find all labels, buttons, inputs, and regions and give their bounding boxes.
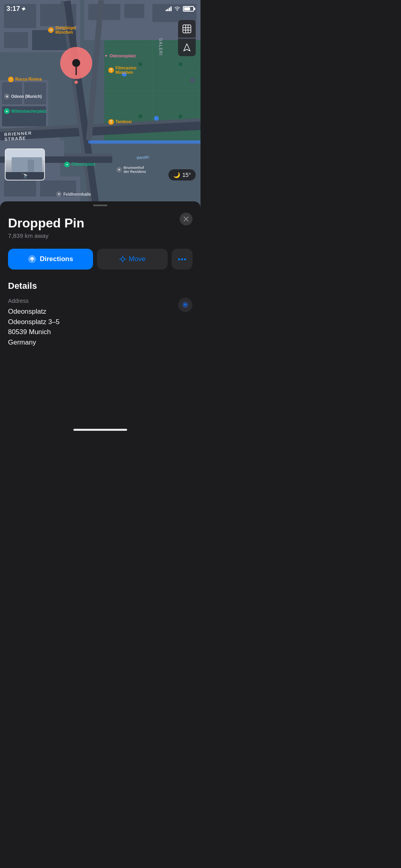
svg-rect-32: [4, 180, 36, 197]
pin-distance: 7,839 km away: [8, 232, 192, 239]
directions-icon: [28, 255, 36, 264]
map-controls: [178, 20, 196, 56]
pin-title: Dropped Pin: [8, 216, 192, 231]
navigation-icon: [183, 43, 190, 51]
move-label: Move: [129, 255, 146, 263]
map-pin[interactable]: [60, 47, 92, 84]
map-type-button[interactable]: [178, 20, 196, 38]
share-icon: [182, 301, 189, 308]
location-button[interactable]: [178, 39, 196, 56]
status-time: 3:17: [6, 5, 26, 13]
move-button[interactable]: Move: [97, 249, 168, 270]
address-line-4: Germany: [8, 337, 60, 348]
location-active-icon: [22, 6, 26, 11]
address-line-1: Odeonsplatz: [8, 306, 60, 317]
details-heading: Details: [8, 281, 192, 291]
map-label-westlic: Westlic: [136, 152, 149, 161]
map-label-feldherrnhalle: ★ Feldherrnhalle: [56, 191, 91, 197]
directions-button[interactable]: Directions: [8, 249, 93, 270]
map-view[interactable]: 3:17 🏠 Steigbügel München: [0, 0, 200, 213]
street-view-thumbnail[interactable]: 🔭: [5, 148, 45, 180]
moon-icon: 🌙: [173, 172, 180, 178]
home-indicator: [73, 429, 127, 431]
more-button[interactable]: [172, 249, 192, 270]
share-directions-button[interactable]: [178, 298, 192, 312]
svg-point-54: [184, 258, 186, 260]
address-label: Address: [8, 298, 60, 304]
address-line-3: 80539 Munich: [8, 327, 60, 337]
address-block: Address Odeonsplatz Odeonsplatz 3–5 8053…: [8, 298, 60, 347]
map-label-odeon: ★ Odeon (Munich): [4, 93, 42, 99]
directions-label: Directions: [40, 255, 73, 263]
map-label-odeonsplatz-top: ✦ Odeonsplatz: [104, 53, 136, 59]
bottom-sheet: Dropped Pin 7,839 km away Directions Mov…: [0, 201, 200, 434]
binoculars-icon: 🔭: [22, 173, 28, 179]
wifi-icon: [174, 6, 180, 11]
svg-point-22: [138, 114, 142, 118]
svg-rect-4: [4, 32, 28, 48]
battery-icon: [183, 6, 194, 12]
svg-point-47: [121, 258, 124, 261]
map-label-filmcasino: 🍸 Filmcasino München: [108, 66, 136, 75]
svg-point-53: [181, 258, 183, 260]
svg-rect-35: [88, 140, 200, 144]
close-button[interactable]: [180, 213, 192, 225]
svg-rect-39: [183, 25, 191, 33]
map-icon: [182, 24, 191, 33]
map-label-wittelsbacherplatz: ● Wittelsbacherplatz: [4, 108, 47, 114]
address-section: Address Odeonsplatz Odeonsplatz 3–5 8053…: [8, 298, 192, 347]
address-line-2: Odeonsplatz 3–5: [8, 317, 60, 327]
close-icon: [184, 217, 188, 221]
svg-point-52: [178, 258, 180, 260]
map-label-rocca: 🍴 Rocca Riviera: [8, 77, 42, 82]
map-label-steigbugel: 🏠 Steigbügel München: [48, 26, 76, 34]
svg-point-21: [178, 62, 182, 66]
svg-point-38: [190, 77, 195, 83]
signal-icon: [166, 6, 172, 11]
more-icon: [178, 258, 186, 260]
weather-badge: 🌙 15°: [168, 169, 196, 180]
action-buttons-row: Directions Move: [8, 249, 192, 270]
svg-point-37: [154, 116, 159, 121]
svg-point-23: [178, 114, 182, 118]
map-label-tambosi: 🍸 Tambosi: [108, 119, 132, 125]
map-label-brunnenhof: ★ Brunnenhof der Residenz: [116, 166, 146, 174]
move-icon: [119, 256, 126, 263]
status-bar: 3:17: [0, 0, 200, 18]
map-label-odeonsplatz-bottom: ● Odeonsplatz: [64, 162, 95, 167]
status-icons: [166, 6, 194, 12]
sheet-handle: [93, 205, 107, 206]
svg-point-20: [138, 62, 142, 66]
